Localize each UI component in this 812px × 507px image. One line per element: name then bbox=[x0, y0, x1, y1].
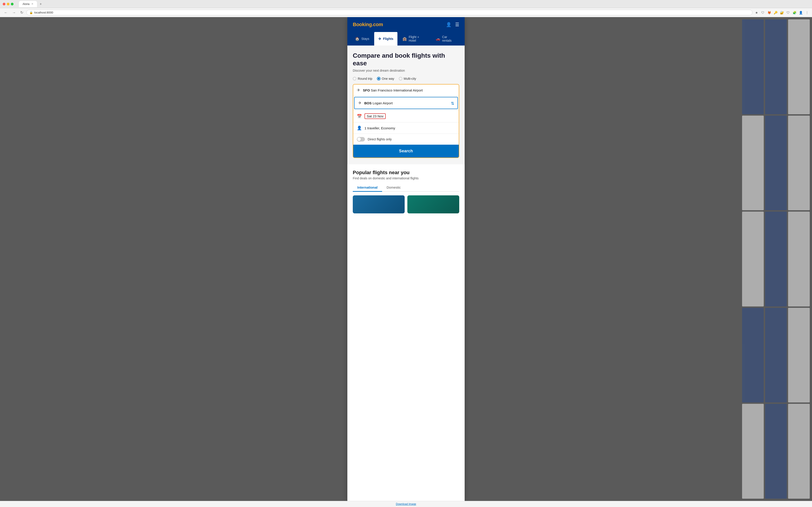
profile-icon[interactable]: 👤 bbox=[799, 10, 803, 15]
page-content: Booking.com 👤 ☰ 🏠 Stays ✈ Flight bbox=[0, 17, 812, 501]
one-way-option[interactable]: One way bbox=[377, 77, 394, 80]
flight-hotel-tab[interactable]: 🏨 Flight + Hotel bbox=[398, 32, 431, 46]
security-icon[interactable]: 🛡 bbox=[786, 10, 790, 15]
date-field[interactable]: 📅 Sat 23 Nov bbox=[353, 110, 459, 122]
menu-icon[interactable]: ⋮ bbox=[805, 10, 809, 15]
popular-flights-section: Popular flights near you Find deals on d… bbox=[347, 164, 465, 219]
stays-tab[interactable]: 🏠 Stays bbox=[351, 32, 373, 46]
travelers-field[interactable]: 👤 1 traveller, Economy bbox=[353, 122, 459, 134]
header-icons: 👤 ☰ bbox=[446, 22, 459, 27]
new-tab-button[interactable]: + bbox=[38, 1, 44, 7]
international-tab[interactable]: International bbox=[353, 184, 382, 192]
download-label[interactable]: Download Image bbox=[396, 503, 416, 506]
stays-icon: 🏠 bbox=[355, 37, 360, 41]
fox-icon[interactable]: 🦊 bbox=[767, 10, 771, 15]
tab-title: Aloria bbox=[22, 2, 30, 6]
popular-card-2[interactable] bbox=[407, 195, 459, 213]
one-way-radio-fill bbox=[378, 78, 379, 79]
international-tab-label: International bbox=[357, 185, 377, 189]
lock-icon[interactable]: 🔐 bbox=[779, 10, 784, 15]
url-display: localhost:8000 bbox=[34, 11, 53, 14]
page-subtitle: Discover your next dream destination bbox=[353, 69, 459, 72]
direct-flights-toggle[interactable] bbox=[357, 137, 365, 142]
one-way-label: One way bbox=[382, 77, 394, 80]
nav-tabs: 🏠 Stays ✈ Flights 🏨 Flight + Hotel 🚗 Car… bbox=[347, 32, 465, 46]
active-tab[interactable]: Aloria ✕ bbox=[19, 1, 37, 7]
popular-cards bbox=[353, 195, 459, 213]
destination-row: ✈ BOS Logan Airport ⇅ bbox=[353, 97, 459, 110]
destination-name: Logan Airport bbox=[373, 101, 393, 105]
trip-options: Round trip One way Multi-city bbox=[353, 77, 459, 80]
logo-dot: .com bbox=[372, 22, 383, 27]
person-icon: 👤 bbox=[357, 125, 362, 130]
flight-hotel-label: Flight + Hotel bbox=[409, 35, 427, 42]
departure-text: SFO San Francisco International Airport bbox=[363, 88, 455, 92]
close-button[interactable] bbox=[3, 3, 5, 5]
flights-tab[interactable]: ✈ Flights bbox=[374, 32, 397, 46]
flights-label: Flights bbox=[383, 37, 393, 41]
hamburger-menu-icon[interactable]: ☰ bbox=[455, 22, 459, 27]
traffic-lights bbox=[3, 3, 13, 5]
browser-window: Aloria ✕ + ← → ↻ 🔒 localhost:8000 ★ 🛡 🦊 … bbox=[0, 0, 812, 507]
popular-tabs: International Domestic bbox=[353, 184, 459, 192]
address-bar[interactable]: 🔒 localhost:8000 bbox=[27, 10, 753, 15]
toggle-knob bbox=[357, 137, 361, 141]
browser-toolbar: ← → ↻ 🔒 localhost:8000 ★ 🛡 🦊 🔑 🔐 🛡 🧩 👤 ⋮ bbox=[0, 8, 812, 17]
round-trip-option[interactable]: Round trip bbox=[353, 77, 372, 80]
booking-header: Booking.com 👤 ☰ bbox=[347, 17, 465, 32]
key-icon[interactable]: 🔑 bbox=[773, 10, 778, 15]
travelers-text: 1 traveller, Economy bbox=[364, 126, 455, 130]
domestic-tab-label: Domestic bbox=[387, 185, 401, 189]
round-trip-label: Round trip bbox=[358, 77, 372, 80]
direct-flights-label: Direct flights only bbox=[368, 137, 392, 141]
destination-field[interactable]: ✈ BOS Logan Airport bbox=[354, 97, 458, 109]
multi-city-radio[interactable] bbox=[399, 77, 402, 80]
bookmark-icon[interactable]: ★ bbox=[754, 10, 759, 15]
flight-hotel-icon: 🏨 bbox=[402, 37, 407, 41]
car-rentals-tab[interactable]: 🚗 Car rentals bbox=[432, 32, 461, 46]
flights-icon: ✈ bbox=[378, 37, 381, 41]
plane-takeoff-icon: ✈ bbox=[357, 88, 360, 93]
popular-card-1[interactable] bbox=[353, 195, 405, 213]
search-button[interactable]: Search bbox=[353, 145, 459, 158]
car-icon: 🚗 bbox=[436, 37, 440, 41]
toolbar-icons: ★ 🛡 🦊 🔑 🔐 🛡 🧩 👤 ⋮ bbox=[754, 10, 809, 15]
round-trip-radio[interactable] bbox=[353, 77, 356, 80]
one-way-radio[interactable] bbox=[377, 77, 380, 80]
search-form: ✈ SFO San Francisco International Airpor… bbox=[353, 84, 459, 158]
download-bar: Download Image bbox=[0, 501, 812, 507]
popular-flights-subtitle: Find deals on domestic and international… bbox=[353, 176, 459, 180]
tab-close-icon[interactable]: ✕ bbox=[31, 2, 33, 5]
plane-land-icon: ✈ bbox=[358, 101, 362, 105]
direct-flights-field[interactable]: Direct flights only bbox=[353, 134, 459, 145]
multi-city-label: Multi-city bbox=[404, 77, 416, 80]
browser-titlebar: Aloria ✕ + bbox=[0, 0, 812, 8]
departure-code: SFO bbox=[363, 88, 370, 92]
shield-icon[interactable]: 🛡 bbox=[761, 10, 765, 15]
car-rentals-label: Car rentals bbox=[442, 35, 457, 42]
page-title: Compare and book flights with ease bbox=[353, 52, 459, 67]
date-value: Sat 23 Nov bbox=[364, 113, 386, 119]
destination-text: BOS Logan Airport bbox=[364, 101, 454, 105]
departure-airport-name: San Francisco International Airport bbox=[371, 88, 423, 92]
popular-flights-title: Popular flights near you bbox=[353, 170, 459, 175]
multi-city-option[interactable]: Multi-city bbox=[399, 77, 416, 80]
calendar-icon: 📅 bbox=[357, 114, 362, 119]
destination-code: BOS bbox=[364, 101, 372, 105]
back-button[interactable]: ← bbox=[3, 10, 9, 15]
maximize-button[interactable] bbox=[11, 3, 13, 5]
swap-button[interactable]: ⇅ bbox=[450, 100, 455, 107]
puzzle-icon[interactable]: 🧩 bbox=[792, 10, 797, 15]
departure-field[interactable]: ✈ SFO San Francisco International Airpor… bbox=[353, 84, 459, 96]
minimize-button[interactable] bbox=[7, 3, 9, 5]
refresh-button[interactable]: ↻ bbox=[19, 10, 24, 15]
domestic-tab[interactable]: Domestic bbox=[382, 184, 405, 192]
stays-label: Stays bbox=[361, 37, 369, 41]
user-profile-icon[interactable]: 👤 bbox=[446, 22, 452, 27]
main-content: Compare and book flights with ease Disco… bbox=[347, 46, 465, 164]
tab-bar: Aloria ✕ + bbox=[19, 1, 44, 7]
browser-content: Booking.com 👤 ☰ 🏠 Stays ✈ Flight bbox=[0, 17, 812, 501]
logo-text: Booking bbox=[353, 22, 372, 27]
forward-button[interactable]: → bbox=[11, 10, 17, 15]
booking-logo: Booking.com bbox=[353, 22, 383, 27]
